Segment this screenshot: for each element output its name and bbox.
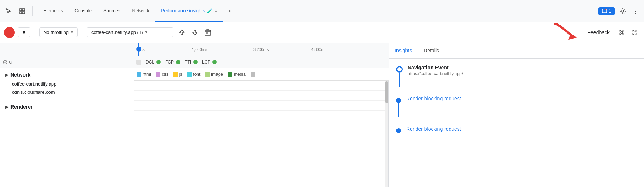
devtools-window: Elements Console Sources Network Perform… (0, 0, 644, 187)
inspect-icon[interactable] (17, 6, 27, 16)
right-panel: Insights Details Navigation Event https:… (389, 43, 644, 187)
timeline-ruler: 0ms 1,600ms 3,200ms 4,800n (134, 43, 389, 56)
legend-bar: DCL FCP TTI LCP (134, 56, 389, 68)
notifications-badge[interactable]: 1 (598, 7, 615, 15)
svg-point-13 (619, 30, 624, 35)
tab-close-icon[interactable]: × (215, 8, 217, 13)
tab-details[interactable]: Details (424, 43, 439, 58)
throttling-dropdown[interactable]: No throttling ▼ (39, 27, 78, 37)
fcp-label: FCP (165, 60, 174, 65)
network-items: coffee-cart.netlify.app cdnjs.cloudflare… (5, 80, 129, 96)
vertical-scrollbar[interactable] (385, 81, 389, 187)
main-area: C ▶ Network coffee-cart.netlify.app cdnj… (0, 43, 644, 187)
settings-icon[interactable] (618, 6, 628, 16)
tab-performance-insights[interactable]: Performance insights 🧪 × (155, 0, 223, 22)
download-icon[interactable] (189, 27, 200, 38)
ruler-mark-1: 1,600ms (192, 47, 207, 52)
left-legend-area: C (0, 56, 134, 68)
lcp-dot (212, 60, 217, 64)
url-dropdown-arrow-icon: ▼ (144, 30, 148, 34)
delete-icon[interactable] (202, 27, 213, 38)
rb2-link[interactable]: Render blocking request (406, 126, 461, 132)
res-extra (251, 72, 255, 77)
playhead-line (138, 43, 139, 56)
res-html: html (137, 72, 151, 77)
res-html-color (137, 72, 141, 77)
res-media-color (228, 72, 232, 77)
tab-network[interactable]: Network (126, 0, 155, 22)
nav-event-line (399, 73, 400, 87)
tab-bar: Elements Console Sources Network Perform… (0, 0, 644, 22)
res-css-color (156, 72, 160, 77)
settings-circle-icon[interactable] (616, 27, 627, 38)
record-dropdown[interactable]: ▼ (18, 27, 30, 37)
tti-label: TTI (185, 60, 191, 65)
dcl-label: DCL (146, 60, 154, 65)
upload-icon[interactable] (176, 27, 187, 38)
rb2-timeline (396, 127, 401, 133)
playhead-marker (136, 47, 141, 52)
toolbar: ▼ No throttling ▼ coffee-cart.netlify.ap… (0, 22, 644, 43)
svg-text:?: ? (634, 31, 636, 35)
red-arrow-indicator (549, 21, 578, 44)
insight-render-blocking-2: Render blocking request (396, 126, 636, 133)
tool-icons (3, 6, 33, 16)
left-ruler-area (0, 43, 134, 56)
more-options-icon[interactable]: ⋮ (631, 6, 641, 16)
renderer-section-header[interactable]: ▶ Renderer (5, 104, 129, 110)
action-buttons (176, 27, 213, 38)
res-extra-color (251, 72, 255, 77)
res-image: image (205, 72, 223, 77)
rb2-text: Render blocking request (406, 126, 461, 132)
url-dropdown[interactable]: coffee-cart.netlify.app (1) ▼ (87, 27, 173, 37)
res-media: media (228, 72, 246, 77)
legend-lcp: LCP (202, 60, 217, 65)
timeline-row-2 (134, 91, 385, 101)
left-panel: C ▶ Network coffee-cart.netlify.app cdnj… (0, 43, 134, 187)
rb1-link[interactable]: Render blocking request (406, 96, 461, 101)
tab-bar-right: 1 ⋮ (598, 6, 641, 16)
dcl-c-label: C (9, 60, 12, 64)
fcp-dot (176, 60, 180, 64)
timeline-with-scrollbar (134, 81, 389, 187)
svg-rect-3 (22, 12, 25, 14)
svg-rect-2 (20, 12, 22, 14)
network-section-header[interactable]: ▶ Network (5, 72, 129, 78)
renderer-section: ▶ Renderer (0, 100, 134, 116)
tab-more[interactable]: » (223, 0, 237, 22)
pink-bar-1 (149, 81, 149, 90)
feedback-link[interactable]: Feedback (588, 30, 610, 35)
right-content: Navigation Event https://coffee-cart.net… (389, 59, 644, 187)
legend-tti: TTI (185, 60, 198, 65)
help-icon[interactable]: ? (629, 27, 640, 38)
rb2-dot (396, 128, 401, 133)
dcl-dot (156, 60, 161, 64)
legend-fcp: FCP (165, 60, 180, 65)
timeline-middle: 0ms 1,600ms 3,200ms 4,800n DCL FCP (134, 43, 389, 187)
insight-render-blocking-1: Render blocking request (396, 96, 636, 117)
cursor-icon[interactable] (3, 6, 13, 16)
timeline-row-3 (134, 101, 385, 111)
network-item-cdnjs[interactable]: cdnjs.cloudflare.com (5, 88, 129, 96)
tab-elements[interactable]: Elements (38, 0, 69, 22)
nav-event-title: Navigation Event (408, 65, 463, 70)
network-expand-icon: ▶ (5, 73, 8, 77)
svg-rect-0 (20, 9, 22, 11)
scrollbar-thumb[interactable] (385, 81, 388, 103)
renderer-expand-icon: ▶ (5, 105, 8, 109)
res-image-color (205, 72, 210, 77)
res-css: css (156, 72, 168, 77)
rb1-timeline (396, 97, 401, 117)
tab-sources[interactable]: Sources (98, 0, 126, 22)
nav-event-text: Navigation Event https://coffee-cart.net… (408, 65, 463, 76)
tab-console[interactable]: Console (69, 0, 98, 22)
tab-insights[interactable]: Insights (395, 43, 412, 58)
right-tabs: Insights Details (389, 43, 644, 59)
res-font-color (187, 72, 192, 77)
nav-event-url: https://coffee-cart.netlify.app/ (408, 71, 463, 76)
record-dropdown-arrow: ▼ (22, 30, 26, 35)
record-button[interactable] (4, 27, 15, 38)
network-label: Network (10, 72, 30, 78)
network-item-coffee[interactable]: coffee-cart.netlify.app (5, 80, 129, 88)
throttling-arrow-icon: ▼ (70, 30, 74, 34)
